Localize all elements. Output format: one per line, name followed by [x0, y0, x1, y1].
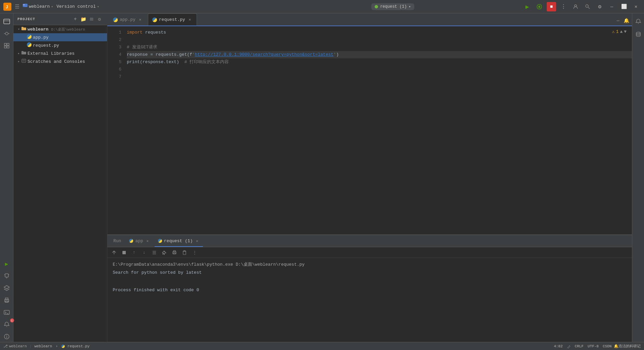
account-button[interactable]: [571, 2, 580, 11]
console-pin-icon[interactable]: [160, 249, 168, 257]
console-down-icon[interactable]: ↓: [140, 249, 148, 257]
line-num-4: 4: [107, 51, 121, 58]
tree-label-external-libs: External Libraries: [28, 51, 74, 56]
project-menu-icon: [23, 4, 28, 10]
activity-plugins-icon[interactable]: [1, 40, 12, 51]
branch-name: weblearn: [9, 344, 27, 348]
bottom-panel: Run app ✕ request (1) ✕: [107, 234, 632, 342]
activity-terminal-icon[interactable]: [1, 307, 12, 318]
version-control-menu[interactable]: Version control ▾: [56, 4, 99, 9]
debug-button[interactable]: [535, 2, 544, 11]
tree-item-external-libs[interactable]: ▸ External Libraries: [13, 49, 107, 57]
bottom-tab-request[interactable]: request (1) ✕: [155, 235, 203, 247]
app-logo[interactable]: J: [3, 3, 11, 11]
bottom-tab-request-label: request (1): [164, 238, 193, 244]
tab-label-request: request.py: [159, 17, 185, 22]
sidebar-collapse-btn[interactable]: [88, 16, 95, 23]
console-more-icon[interactable]: ⋮: [191, 249, 199, 257]
console-path-text: E:\ProgramData\anaconda3\envs\flask\pyth…: [113, 262, 305, 267]
stop-button[interactable]: ■: [547, 2, 556, 11]
activity-notifications-icon[interactable]: 1: [1, 319, 12, 330]
svg-rect-14: [4, 43, 6, 45]
console-line-3: [113, 277, 627, 284]
project-name: weblearn: [29, 4, 50, 9]
tree-arrow-external: ▸: [16, 51, 21, 55]
tab-bar-notification-icon[interactable]: 🔔: [622, 17, 631, 24]
right-database-icon[interactable]: [633, 29, 644, 40]
svg-rect-25: [5, 301, 8, 302]
svg-rect-16: [4, 46, 6, 48]
status-edit-icon[interactable]: [567, 344, 571, 348]
hamburger-menu[interactable]: ☰: [15, 3, 19, 10]
tab-request-py[interactable]: request.py ✕: [148, 13, 197, 26]
minimize-button[interactable]: —: [607, 2, 616, 11]
status-line-sep[interactable]: CRLF: [575, 344, 584, 348]
run-button[interactable]: ▶: [523, 2, 532, 11]
tree-item-scratches[interactable]: ▸ Scratches and Consoles: [13, 57, 107, 65]
activity-run-icon[interactable]: ▶: [1, 259, 12, 269]
settings-button[interactable]: ⚙: [595, 2, 604, 11]
tab-app-py[interactable]: app.py ✕: [109, 13, 147, 26]
console-stop-icon[interactable]: [120, 249, 128, 257]
right-notifications-icon[interactable]: [633, 16, 644, 27]
svg-line-8: [588, 7, 590, 9]
warning-up-chevron[interactable]: ▲: [620, 29, 623, 34]
bottom-tab-app[interactable]: app ✕: [126, 235, 153, 247]
code-editor[interactable]: import requests # 发送GET请求 response = req…: [124, 26, 632, 234]
tab-close-app[interactable]: ✕: [138, 17, 143, 23]
bottom-tab-app-close[interactable]: ✕: [145, 238, 150, 243]
activity-print-icon[interactable]: [1, 295, 12, 306]
tree-arrow-weblearn: ▾: [16, 27, 21, 31]
console-print-icon[interactable]: [170, 249, 178, 257]
sidebar-settings-btn[interactable]: ⚙: [96, 16, 103, 23]
status-encoding[interactable]: UTF-8: [588, 344, 599, 348]
console-delete-icon[interactable]: [180, 249, 189, 257]
tab-close-request[interactable]: ✕: [187, 17, 193, 23]
title-bar-left: J ☰ weblearn ▾ Version control ▾: [3, 3, 263, 11]
status-file-breadcrumb[interactable]: weblearn › request.py: [34, 344, 90, 348]
status-csdn[interactable]: CSDN 🔔浩洁的科研记: [603, 344, 641, 349]
console-list-icon[interactable]: [150, 249, 158, 257]
activity-layers-icon[interactable]: [1, 283, 12, 294]
bottom-tab-request-close[interactable]: ✕: [195, 238, 200, 243]
sidebar-new-file-btn[interactable]: +: [72, 16, 79, 23]
svg-rect-3: [23, 5, 25, 5]
str-url-open: ': [192, 51, 195, 58]
activity-commits-icon[interactable]: [1, 28, 12, 39]
project-menu[interactable]: weblearn ▾: [23, 4, 53, 10]
sidebar-header: Project + 📁 ⚙: [13, 13, 107, 25]
console-up-icon[interactable]: ↑: [130, 249, 138, 257]
editor-content: ⚠ 1 ▲ ▼ 1 2 3 4 5 6 7 import requests: [107, 26, 632, 234]
warning-down-chevron[interactable]: ▼: [624, 29, 627, 34]
bottom-tab-request-icon: [158, 239, 162, 243]
run-config-selector[interactable]: request (1) ▾: [371, 3, 414, 10]
git-icon: ⎇: [3, 344, 8, 348]
bottom-tab-run[interactable]: Run: [110, 235, 124, 247]
tree-path-weblearn: D:\桌面\weblearn: [51, 27, 85, 32]
tree-item-app-py[interactable]: ▸ app.py: [13, 33, 107, 41]
tree-arrow-scratches: ▸: [16, 59, 21, 63]
sidebar-new-folder-btn[interactable]: 📁: [80, 16, 87, 23]
code-line-7: [127, 73, 632, 81]
tree-label-request-py: request.py: [33, 43, 59, 48]
console-rerun-icon[interactable]: [110, 249, 118, 257]
close-button[interactable]: ✕: [631, 2, 641, 11]
activity-project-icon[interactable]: [1, 16, 12, 27]
activity-learn-icon[interactable]: [1, 331, 12, 342]
tree-label-scratches: Scratches and Consoles: [28, 59, 85, 64]
svg-text:J: J: [6, 5, 8, 10]
more-actions-button[interactable]: ⋮: [559, 2, 568, 11]
svg-rect-39: [122, 251, 126, 254]
status-cursor[interactable]: 4:82: [554, 344, 562, 348]
activity-debug-icon[interactable]: [1, 271, 12, 281]
code-line-2: [127, 36, 632, 44]
tree-item-request-py[interactable]: ▸ request.py: [13, 41, 107, 49]
tab-icon-app: [113, 17, 118, 22]
maximize-button[interactable]: ⬜: [619, 2, 629, 11]
py-icon-request: [27, 42, 32, 48]
warning-icon: ⚠: [612, 29, 615, 34]
search-button[interactable]: [583, 2, 592, 11]
status-git-branch[interactable]: ⎇ weblearn: [3, 344, 27, 348]
tree-item-weblearn[interactable]: ▾ weblearn D:\桌面\weblearn: [13, 25, 107, 33]
tab-bar-more-icon[interactable]: ⋯: [615, 17, 621, 24]
